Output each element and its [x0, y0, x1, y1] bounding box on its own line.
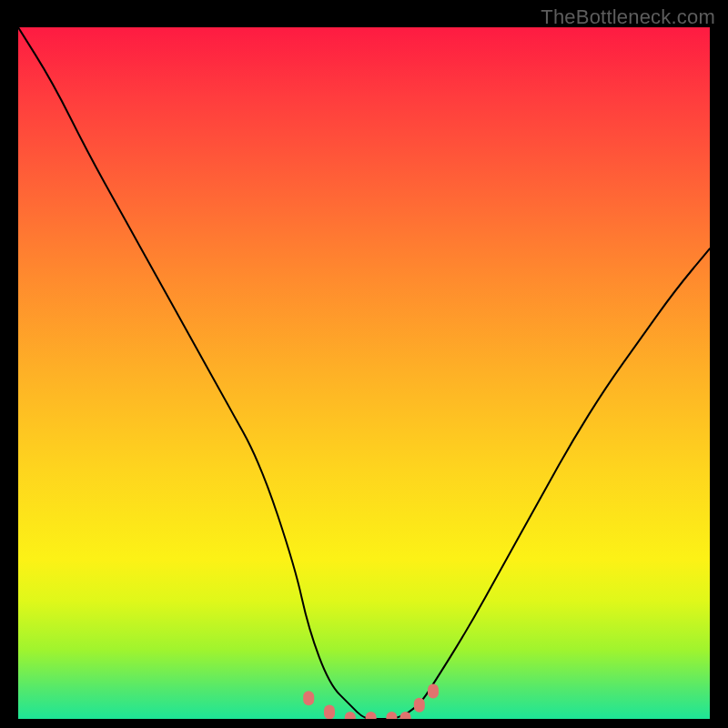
chart-container: TheBottleneck.com [0, 0, 728, 728]
highlight-marker [303, 691, 314, 705]
watermark-text: TheBottleneck.com [541, 5, 715, 29]
highlight-marker [414, 698, 425, 713]
plot-area [18, 27, 710, 719]
highlight-marker [345, 712, 356, 719]
highlight-marker [428, 684, 439, 699]
highlight-marker [366, 712, 377, 719]
highlight-marker [386, 712, 397, 719]
highlight-marker [324, 704, 335, 719]
bottleneck-curve [18, 27, 710, 719]
highlight-markers [303, 684, 439, 719]
curve-layer [18, 27, 710, 719]
